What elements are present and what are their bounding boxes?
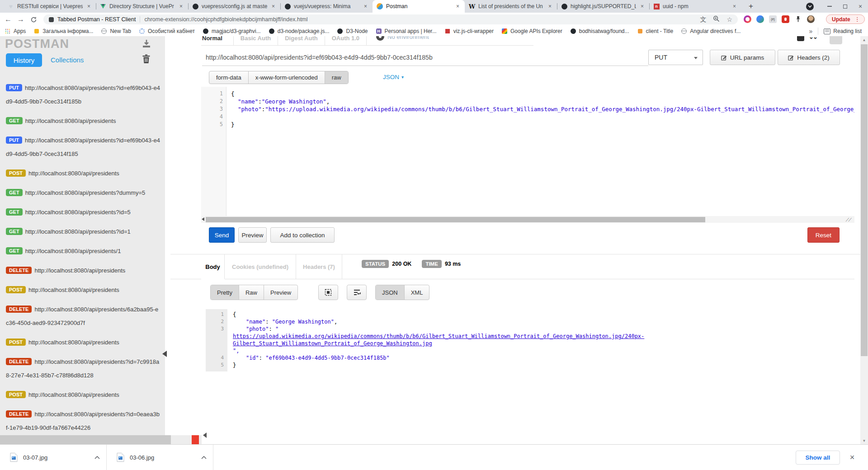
tab-basic-auth[interactable]: Basic Auth xyxy=(234,36,278,45)
response-link[interactable]: Gilbert_Stuart_Williamstown_Portrait_of_… xyxy=(233,340,432,347)
resize-grip-icon[interactable]: ⟋⟋ xyxy=(846,217,851,223)
close-tab-icon[interactable]: × xyxy=(85,3,92,10)
body-format-dropdown[interactable]: JSON ▾ xyxy=(383,74,404,80)
show-all-button[interactable]: Show all xyxy=(796,451,840,465)
browser-tab[interactable]: vuepress/config.js at maste× xyxy=(188,0,280,13)
vscroll-thumb[interactable] xyxy=(861,44,868,356)
history-item[interactable]: POSThttp://localhost:8080/api/presidents xyxy=(6,336,160,349)
forward-button[interactable]: → xyxy=(15,14,26,25)
tab-urlencoded[interactable]: x-www-form-urlencoded xyxy=(249,71,325,84)
bookmark-item[interactable]: Особистий кабінет xyxy=(139,28,195,34)
scroll-down-icon[interactable]: ▼ xyxy=(860,437,868,444)
trash-icon[interactable] xyxy=(142,54,151,66)
history-item[interactable]: GEThttp://localhost:8080/api/presidents/… xyxy=(6,244,160,258)
refresh-button[interactable] xyxy=(28,14,39,25)
reset-button[interactable]: Reset xyxy=(807,227,840,243)
headers-button[interactable]: Headers (2) xyxy=(778,50,840,65)
tab-collections[interactable]: Collections xyxy=(51,56,84,64)
bookmark-item[interactable]: Apps xyxy=(5,28,26,34)
chevron-up-icon[interactable] xyxy=(94,456,100,459)
vertical-scrollbar[interactable]: ▲ ▼ xyxy=(860,36,868,444)
horizontal-scrollbar[interactable] xyxy=(0,435,212,444)
tab-normal[interactable]: Normal xyxy=(202,36,222,42)
request-body-editor[interactable]: 1{2 "name":"George Washington",3 "photo"… xyxy=(201,87,854,216)
hscroll-thumb[interactable] xyxy=(0,435,171,444)
tab-response-cookies[interactable]: Cookies (undefined) xyxy=(225,254,296,279)
tab-response-headers[interactable]: Headers (7) xyxy=(296,254,342,279)
browser-tab[interactable]: highlight.js/SUPPORTED_L× xyxy=(557,0,649,13)
close-downloads-icon[interactable]: × xyxy=(845,451,859,464)
tab-digest-auth[interactable]: Digest Auth xyxy=(278,36,325,45)
history-item[interactable]: POSThttp://localhost:8080/api/presidents xyxy=(6,167,160,180)
tab-preview-view[interactable]: Preview xyxy=(264,285,297,300)
close-tab-icon[interactable]: × xyxy=(270,3,277,10)
close-tab-icon[interactable]: × xyxy=(731,3,738,10)
history-item[interactable]: GEThttp://localhost:8080/api/presidents?… xyxy=(6,225,160,239)
tab-json[interactable]: JSON xyxy=(376,285,405,300)
pin-extension-icon[interactable] xyxy=(794,15,802,23)
browser-tab[interactable]: List of presidents of the Un× xyxy=(465,0,557,13)
close-tab-icon[interactable]: × xyxy=(547,3,553,10)
zoom-icon[interactable] xyxy=(713,15,720,24)
tab-xml[interactable]: XML xyxy=(405,285,429,300)
tab-oauth[interactable]: OAuth 1.0 xyxy=(325,36,367,45)
word-wrap-button[interactable] xyxy=(347,285,367,300)
request-url-input[interactable]: http://localhost:8080/api/presidents?id=… xyxy=(202,49,648,66)
preview-button[interactable]: Preview xyxy=(238,227,267,243)
tab-response-body[interactable]: Body xyxy=(201,254,225,279)
history-item[interactable]: GEThttp://localhost:8080/api/presidents?… xyxy=(6,186,160,200)
layout-icon[interactable] xyxy=(797,36,804,41)
browser-tab[interactable]: RESTfull сервіси | Vuepress× xyxy=(4,0,96,13)
browser-tab[interactable]: uuid - npm× xyxy=(649,0,741,13)
bookmark-item[interactable]: d3-node/package.js... xyxy=(269,28,330,34)
tab-history[interactable]: History xyxy=(6,53,42,67)
bookmark-item[interactable]: Angular directives f... xyxy=(681,28,741,34)
chevrons-icon[interactable]: ⌄⌄ xyxy=(809,36,817,40)
bookmark-star-icon[interactable]: ☆ xyxy=(726,16,732,23)
bookmark-item[interactable]: Google APIs Explorer xyxy=(501,28,562,34)
bookmarks-overflow-chevron[interactable]: » xyxy=(809,28,813,35)
method-select[interactable]: PUT xyxy=(648,50,703,65)
new-tab-button[interactable]: + xyxy=(745,0,757,12)
editor-hscrollbar[interactable]: ⟋⟋ xyxy=(201,216,854,223)
avatar-extension-icon[interactable] xyxy=(807,15,815,23)
chevron-up-icon[interactable] xyxy=(201,456,207,459)
response-link[interactable]: https://upload.wikimedia.org/wikipedia/c… xyxy=(233,333,644,339)
minimize-button[interactable] xyxy=(822,0,837,13)
tab-raw[interactable]: raw xyxy=(325,71,348,84)
download-item[interactable]: 03-06.jpg xyxy=(107,445,213,470)
history-item[interactable]: GEThttp://localhost:8080/api/presidents xyxy=(6,114,160,128)
download-icon[interactable] xyxy=(142,39,151,50)
send-button[interactable]: Send xyxy=(209,227,235,243)
tab-form-data[interactable]: form-data xyxy=(209,71,249,84)
url-params-button[interactable]: URL params xyxy=(710,50,775,65)
scroll-left-icon[interactable] xyxy=(203,432,207,438)
close-tab-icon[interactable]: × xyxy=(362,3,369,10)
browser-tab[interactable]: Directory Structure | VuePr× xyxy=(96,0,188,13)
bookmark-item[interactable]: Загальна інформа... xyxy=(33,28,93,34)
history-item[interactable]: DELETEhttp://localhost:8080/api/presiden… xyxy=(6,355,160,382)
browser-tab[interactable]: Postman× xyxy=(373,0,465,13)
close-tab-icon[interactable]: × xyxy=(639,3,646,10)
editor-hscroll-thumb[interactable] xyxy=(206,217,705,222)
sidebar-collapse-icon[interactable] xyxy=(162,351,167,357)
globe-extension-icon[interactable] xyxy=(756,15,764,23)
history-item[interactable]: DELETEhttp://localhost:8080/api/presiden… xyxy=(6,408,160,435)
camera-extension-icon[interactable] xyxy=(744,15,751,23)
scroll-up-icon[interactable]: ▲ xyxy=(860,36,868,43)
close-window-button[interactable]: × xyxy=(853,0,868,13)
bookmark-item[interactable]: magjac/d3-graphvi... xyxy=(203,28,261,34)
history-item[interactable]: POSThttp://localhost:8080/api/presidents xyxy=(6,388,160,402)
environment-selector[interactable]: No environment xyxy=(376,36,429,41)
browser-tab[interactable]: vuejs/vuepress: Minima× xyxy=(280,0,373,13)
reading-list-button[interactable]: Reading list xyxy=(824,28,862,34)
bookmark-item[interactable]: D3-Node xyxy=(337,28,368,34)
browser-menu-icon[interactable]: ⋮ xyxy=(854,16,860,23)
tab-raw-view[interactable]: Raw xyxy=(239,285,264,300)
address-bar[interactable]: Tabbed Postman - REST Client chrome-exte… xyxy=(43,14,738,24)
top-right-box[interactable] xyxy=(830,36,842,44)
code-extension-icon[interactable] xyxy=(769,15,777,23)
history-item[interactable]: DELETEhttp://localhost:8080/api/presiden… xyxy=(6,264,160,277)
history-item[interactable]: PUThttp://localhost:8080/api/presidents?… xyxy=(6,134,160,161)
maximize-button[interactable] xyxy=(837,0,853,13)
